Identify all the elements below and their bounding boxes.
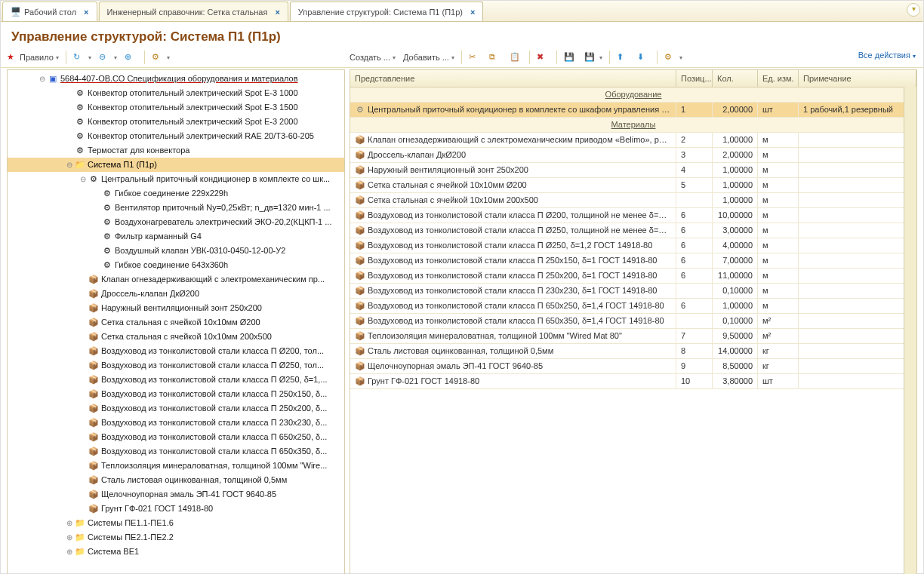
tools-button[interactable]: ⚙▾ (149, 51, 173, 64)
close-icon[interactable]: × (84, 8, 88, 17)
expand-icon[interactable]: ⊕ (65, 545, 74, 559)
save-button[interactable]: 💾 (561, 51, 580, 64)
tree-item[interactable]: 📦Воздуховод из тонколистовой стали класс… (8, 416, 344, 430)
device-icon: ⚙ (101, 215, 113, 229)
add-menu-button[interactable]: Добавить ...▾ (400, 51, 457, 63)
cell-quantity: 0,10000 (713, 284, 758, 298)
table-row[interactable]: 📦Клапан огнезадерживающий с электромехан… (350, 133, 916, 148)
table-row[interactable]: 📦Воздуховод из тонколистовой стали класс… (350, 253, 916, 269)
tree-item[interactable]: 📦Дроссель-клапан ДкØ200 (8, 287, 344, 301)
cut-button[interactable]: ✂ (466, 51, 485, 64)
tree-item[interactable]: 📦Воздуховод из тонколистовой стали класс… (8, 387, 344, 401)
table-row[interactable]: 📦Воздуховод из тонколистовой стали класс… (350, 299, 916, 314)
tabs-overflow-button[interactable]: ▾ (907, 3, 920, 17)
expand-icon[interactable]: ⊕ (65, 530, 74, 545)
tree-item[interactable]: 📦Сетка стальная с ячейкой 10х10мм 200х50… (8, 330, 344, 344)
expand-icon[interactable]: ⊖ (79, 172, 88, 186)
tree-item[interactable]: 📦Воздуховод из тонколистовой стали класс… (8, 444, 344, 459)
tab-structure[interactable]: Управление структурой: Система П1 (П1р) … (290, 2, 484, 21)
tree-item[interactable]: ⚙Термостат для конвектора (8, 143, 344, 158)
table-row[interactable]: 📦Теплоизоляция минераловатная, толщиной … (350, 329, 916, 344)
table-row[interactable]: 📦Щелочноупорная эмаль ЭП-41 ГОСТ 9640-85… (350, 359, 916, 374)
delete-button[interactable]: ✖ (534, 51, 553, 64)
scrollbar-vertical[interactable] (904, 87, 916, 574)
close-icon[interactable]: × (470, 8, 475, 17)
tree-item[interactable]: ⊕📁Системы ПЕ1.1-ПЕ1.6 (8, 516, 344, 530)
actions-button[interactable]: ⚙▾ (661, 51, 685, 64)
table-row[interactable]: 📦Сетка стальная с ячейкой 10х10мм Ø20051… (350, 178, 916, 193)
collapse-icon[interactable]: ⊖ (38, 72, 47, 86)
tree-item[interactable]: ⊖⚙Центральный приточный кондиционер в ко… (8, 172, 344, 186)
close-icon[interactable]: × (275, 8, 279, 17)
tab-reference[interactable]: Инженерный справочник: Сетка стальная × (99, 2, 288, 21)
table-row[interactable]: 📦Воздуховод из тонколистовой стали класс… (350, 208, 916, 223)
tree-item[interactable]: ⚙Фильтр карманный G4 (8, 229, 344, 244)
table-row[interactable]: 📦Воздуховод из тонколистовой стали класс… (350, 238, 916, 253)
create-button[interactable]: Создать ...▾ (346, 51, 399, 63)
tree-item[interactable]: ⚙Воздухонагреватель электрический ЭКО-20… (8, 215, 344, 229)
tree-item[interactable]: ⚙Конвектор отопительный электрический RA… (8, 129, 344, 143)
refresh-button[interactable]: ↻▾ (70, 51, 94, 64)
col-note-header[interactable]: Примечание (799, 70, 916, 87)
tree-item[interactable]: ⊕📁Система ВЕ1 (8, 545, 344, 559)
remove-button[interactable]: ⊖▾ (96, 51, 120, 64)
tree-item[interactable]: 📦Воздуховод из тонколистовой стали класс… (8, 401, 344, 416)
device-icon: ⚙ (355, 103, 365, 117)
tree-item[interactable]: 📦Сталь листовая оцинкованная, толщиной 0… (8, 473, 344, 487)
structure-tree[interactable]: ⊖▣5684-407-ОВ.СО Спецификация оборудован… (8, 70, 344, 574)
tree-item[interactable]: ⚙Конвектор отопительный электрический Sp… (8, 115, 344, 129)
table-row[interactable]: 📦Воздуховод из тонколистовой стали класс… (350, 269, 916, 284)
tree-item[interactable]: ⚙Конвектор отопительный электрический Sp… (8, 86, 344, 100)
toolbar-left: ★ Правило ▾ ↻▾ ⊖▾ ⊕ ⚙▾ (4, 48, 336, 67)
tree-item[interactable]: 📦Воздуховод из тонколистовой стали класс… (8, 373, 344, 387)
table-row[interactable]: 📦Наружный вентиляционный зонт 250х20041,… (350, 163, 916, 178)
add-button[interactable]: ⊕ (122, 51, 140, 64)
tab-desktop[interactable]: 🖥️ Рабочий стол × (2, 2, 97, 21)
grid-body[interactable]: Оборудование⚙Центральный приточный конди… (350, 87, 916, 574)
tree-root[interactable]: ⊖▣5684-407-ОВ.СО Спецификация оборудован… (8, 72, 344, 86)
tree-item[interactable]: ⚙Воздушный клапан УВК-0310-0450-12-00-У2 (8, 244, 344, 258)
tree-item[interactable]: ⚙Конвектор отопительный электрический Sp… (8, 100, 344, 115)
table-row[interactable]: 📦Воздуховод из тонколистовой стали класс… (350, 223, 916, 238)
col-position-header[interactable]: Позиц... (676, 70, 713, 87)
expand-icon[interactable]: ⊖ (65, 158, 74, 172)
save-menu-button[interactable]: 💾▾ (581, 51, 605, 64)
col-unit-header[interactable]: Ед. изм. (758, 70, 799, 87)
cell-quantity: 11,00000 (713, 269, 758, 283)
tree-item[interactable]: 📦Теплоизоляция минераловатная, толщиной … (8, 459, 344, 473)
rule-label: Правило (20, 53, 54, 62)
cell-name: 📦Воздуховод из тонколистовой стали класс… (350, 208, 676, 223)
all-actions-link[interactable]: Все действия ▾ (858, 51, 916, 60)
tree-item[interactable]: ⊖📁Система П1 (П1р) (8, 158, 344, 172)
expand-icon[interactable]: ⊕ (65, 516, 74, 530)
material-icon: 📦 (88, 416, 100, 430)
tree-item[interactable]: ⊕📁Системы ПЕ2.1-ПЕ2.2 (8, 530, 344, 545)
table-row[interactable]: 📦Сталь листовая оцинкованная, толщиной 0… (350, 344, 916, 359)
tree-item[interactable]: 📦Воздуховод из тонколистовой стали класс… (8, 430, 344, 444)
tree-item[interactable]: 📦Клапан огнезадерживающий с электромехан… (8, 272, 344, 287)
col-name-header[interactable]: Представление (350, 70, 676, 87)
tree-item[interactable]: 📦Щелочноупорная эмаль ЭП-41 ГОСТ 9640-85 (8, 487, 344, 502)
table-row[interactable]: 📦Сетка стальная с ячейкой 10х10мм 200х50… (350, 193, 916, 208)
tree-item[interactable]: 📦Наружный вентиляционный зонт 250х200 (8, 301, 344, 315)
device-icon: ⚙ (101, 201, 113, 215)
table-row[interactable]: 📦Воздуховод из тонколистовой стали класс… (350, 314, 916, 329)
table-row[interactable]: ⚙Центральный приточный кондиционер в ком… (350, 103, 916, 118)
move-down-button[interactable]: ⬇ (634, 51, 653, 64)
tree-item[interactable]: ⚙Гибкое соединение 229х229h (8, 186, 344, 201)
tree-item[interactable]: 📦Грунт ГФ-021 ГОСТ 14918-80 (8, 502, 344, 516)
tree-item[interactable]: ⚙Вентилятор приточный Ny=0,25кВт; n_дв=1… (8, 201, 344, 215)
table-row[interactable]: 📦Воздуховод из тонколистовой стали класс… (350, 284, 916, 299)
col-quantity-header[interactable]: Кол. (713, 70, 758, 87)
table-row[interactable]: 📦Дроссель-клапан ДкØ20032,00000м (350, 148, 916, 163)
tree-item[interactable]: 📦Воздуховод из тонколистовой стали класс… (8, 344, 344, 358)
table-row[interactable]: 📦Грунт ГФ-021 ГОСТ 14918-80103,80000шт (350, 374, 916, 389)
paste-button[interactable]: 📋 (507, 51, 525, 64)
rule-button[interactable]: ★ Правило ▾ (4, 51, 62, 64)
copy-button[interactable]: ⧉ (486, 51, 505, 64)
move-up-button[interactable]: ⬆ (614, 51, 633, 64)
plus-icon: ⊕ (125, 52, 135, 63)
tree-item[interactable]: 📦Воздуховод из тонколистовой стали класс… (8, 358, 344, 373)
tree-item[interactable]: ⚙Гибкое соединение 643х360h (8, 258, 344, 272)
tree-item[interactable]: 📦Сетка стальная с ячейкой 10х10мм Ø200 (8, 315, 344, 330)
